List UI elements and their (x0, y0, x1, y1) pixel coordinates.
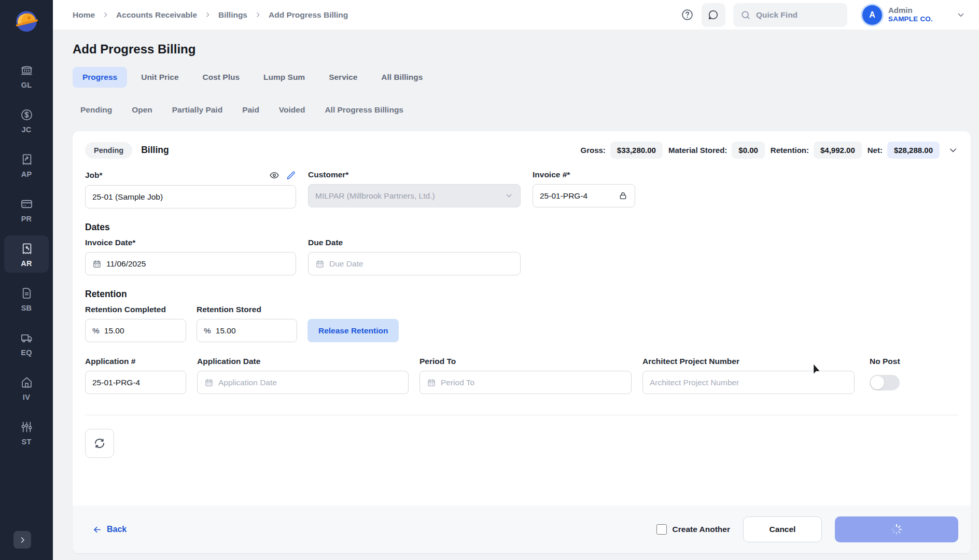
summary-material-stored: Material Stored: $0.00 (668, 142, 765, 159)
collapse-chevron-icon[interactable] (948, 145, 958, 156)
subtab-paid[interactable]: Paid (234, 100, 267, 120)
top-bar: Home Accounts Receivable Billings Add Pr… (53, 0, 979, 30)
status-badge: Pending (85, 142, 132, 159)
summary-value: $28,288.00 (887, 142, 940, 159)
field-period-to: Period To (419, 352, 632, 394)
receipt-arrow-out-icon (20, 152, 34, 166)
tab-progress[interactable]: Progress (73, 67, 127, 88)
loading-spinner-icon (890, 523, 903, 536)
back-label: Back (107, 525, 127, 534)
sidebar-item-iv[interactable]: IV (4, 369, 49, 407)
billing-form: Job* (73, 163, 971, 415)
help-icon[interactable] (681, 8, 694, 21)
sidebar-item-eq[interactable]: EQ (4, 325, 49, 362)
sidebar-item-pr[interactable]: PR (4, 191, 49, 228)
calendar-icon (204, 378, 214, 387)
application-date-input-box (197, 371, 409, 394)
application-date-input[interactable] (218, 378, 401, 387)
due-date-input-box (308, 252, 521, 275)
bank-icon (20, 63, 34, 77)
sidebar-item-ap[interactable]: AP (4, 146, 49, 184)
cancel-button[interactable]: Cancel (743, 516, 822, 542)
quick-find (733, 3, 847, 27)
field-job: Job* (85, 165, 296, 208)
retention-completed-input[interactable] (104, 326, 179, 335)
tab-service[interactable]: Service (319, 67, 367, 88)
release-retention-button[interactable]: Release Retention (307, 319, 399, 342)
lock-icon (618, 191, 628, 201)
tab-unit-price[interactable]: Unit Price (131, 67, 188, 88)
sidebar-item-st[interactable]: ST (4, 414, 49, 451)
content: Add Progress Billing Progress Unit Price… (53, 30, 979, 560)
view-job-eye-icon[interactable] (269, 170, 279, 180)
job-input[interactable] (92, 192, 289, 202)
footer-actions: Create Another Cancel (656, 516, 958, 542)
chevron-right-icon (102, 11, 109, 18)
field-customer: Customer* MILPAR (Millbrook Partners, Lt… (308, 165, 521, 208)
back-link[interactable]: Back (92, 525, 127, 535)
status-filter-tabs: Pending Open Partially Paid Paid Voided … (73, 100, 971, 120)
customer-value: MILPAR (Millbrook Partners, Ltd.) (315, 191, 435, 201)
user-company: SAMPLE CO. (888, 15, 933, 24)
architect-project-number-input-box (642, 371, 855, 394)
main-area: Home Accounts Receivable Billings Add Pr… (53, 0, 979, 560)
chevron-right-icon (255, 11, 261, 18)
application-number-input[interactable] (92, 378, 179, 387)
sidebar-item-ar[interactable]: AR (4, 235, 49, 273)
retention-completed-label: Retention Completed (85, 305, 166, 314)
summary-label: Retention: (771, 146, 809, 155)
period-to-input[interactable] (441, 378, 624, 387)
no-post-toggle[interactable] (870, 375, 900, 390)
retention-stored-input[interactable] (216, 326, 290, 335)
chevron-down-icon[interactable] (956, 10, 966, 20)
no-post-label: No Post (870, 357, 900, 366)
subtab-voided[interactable]: Voided (271, 100, 313, 120)
app-logo[interactable] (12, 6, 41, 35)
architect-project-number-input[interactable] (650, 378, 847, 387)
chat-button[interactable] (702, 3, 725, 27)
warehouse-icon (20, 375, 34, 389)
architect-project-number-label: Architect Project Number (642, 357, 739, 366)
document-icon (20, 286, 34, 300)
subtab-all-progress-billings[interactable]: All Progress Billings (317, 100, 411, 120)
tab-all-billings[interactable]: All Billings (371, 67, 432, 88)
field-retention-completed: Retention Completed % (85, 300, 186, 342)
retention-heading: Retention (85, 289, 958, 300)
breadcrumb-home[interactable]: Home (73, 10, 95, 20)
field-architect-project-number: Architect Project Number (642, 352, 855, 394)
sidebar-item-sb[interactable]: SB (4, 280, 49, 317)
breadcrumb-accounts-receivable[interactable]: Accounts Receivable (116, 10, 197, 20)
quick-find-input[interactable] (756, 10, 840, 20)
application-date-label: Application Date (197, 357, 260, 366)
create-another-label: Create Another (673, 525, 730, 534)
sidebar-item-jc[interactable]: JC (4, 102, 49, 139)
due-date-input[interactable] (329, 259, 513, 269)
billing-card-title: Billing (141, 145, 169, 156)
tab-cost-plus[interactable]: Cost Plus (193, 67, 249, 88)
sliders-icon (20, 420, 34, 434)
user-menu[interactable]: A Admin SAMPLE CO. (862, 5, 933, 25)
page-title: Add Progress Billing (73, 42, 971, 57)
save-button-loading[interactable] (835, 516, 958, 542)
tools-row (73, 415, 971, 506)
dollar-circle-icon (20, 108, 34, 122)
subtab-open[interactable]: Open (124, 100, 160, 120)
percent-prefix: % (92, 326, 100, 335)
breadcrumb-billings[interactable]: Billings (218, 10, 247, 20)
customer-select[interactable]: MILPAR (Millbrook Partners, Ltd.) (308, 184, 521, 207)
invoice-number-label: Invoice #* (533, 170, 570, 179)
tab-lump-sum[interactable]: Lump Sum (254, 67, 315, 88)
sidebar-nav: GL JC AP (0, 57, 53, 458)
subtab-pending[interactable]: Pending (73, 100, 120, 120)
invoice-date-input-box (85, 252, 296, 275)
subtab-partially-paid[interactable]: Partially Paid (164, 100, 230, 120)
invoice-date-input[interactable] (106, 259, 289, 269)
summary-gross: Gross: $33,280.00 (581, 142, 663, 159)
refresh-button[interactable] (85, 429, 114, 458)
edit-job-pencil-icon[interactable] (286, 171, 296, 180)
sidebar-item-gl[interactable]: GL (4, 57, 49, 94)
sidebar-expand-button[interactable] (13, 531, 31, 549)
create-another-checkbox[interactable] (656, 524, 667, 535)
invoice-number-input[interactable] (540, 191, 613, 201)
create-another[interactable]: Create Another (656, 524, 730, 535)
